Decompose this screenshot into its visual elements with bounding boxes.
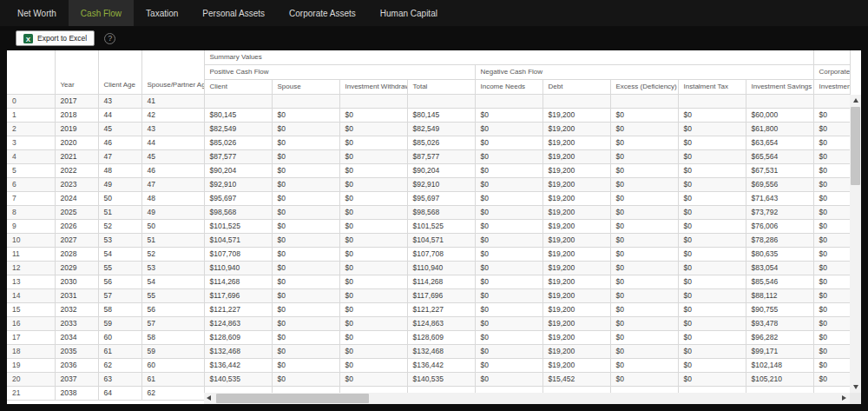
data-cell: $140,535: [204, 373, 272, 387]
data-cell: 61: [98, 345, 141, 359]
data-cell: $0: [475, 178, 542, 192]
data-cell: $121,227: [204, 303, 272, 317]
tab-personal-assets[interactable]: Personal Assets: [190, 0, 277, 26]
data-cell: 42: [141, 109, 204, 123]
data-cell: $99,171: [746, 345, 813, 359]
data-cell: 48: [98, 164, 141, 178]
data-cell: 63: [98, 373, 141, 387]
data-cell: $80,145: [407, 109, 475, 123]
data-cell: $128,609: [407, 331, 475, 345]
table-row: 220194543$82,549$0$0$82,549$0$19,200$0$0…: [7, 123, 850, 136]
data-cell: $0: [610, 164, 678, 178]
data-cell: 55: [98, 262, 141, 275]
data-cell: $0: [610, 220, 678, 234]
data-cell: $0: [339, 206, 407, 220]
data-cell: [813, 95, 850, 109]
data-cell: 2017: [55, 95, 98, 109]
data-cell: $0: [678, 359, 746, 373]
col-header-income-needs: Income Needs: [475, 80, 542, 95]
table-row: 020174341: [7, 95, 850, 109]
table-row: 1920366260$136,442$0$0$136,442$0$19,200$…: [7, 359, 850, 373]
data-cell: $80,145: [204, 109, 272, 123]
export-to-excel-button[interactable]: X Export to Excel: [16, 30, 95, 46]
row-index-cell: 21: [7, 387, 55, 401]
scroll-down-button[interactable]: [850, 381, 861, 393]
table-row: 1420315755$117,696$0$0$117,696$0$19,200$…: [7, 289, 850, 303]
scroll-left-button[interactable]: [204, 393, 215, 404]
data-cell: $92,910: [407, 178, 475, 192]
data-cell: $0: [339, 164, 407, 178]
data-cell: $0: [339, 373, 407, 387]
data-cell: $0: [678, 262, 746, 275]
data-cell: 2028: [55, 248, 98, 262]
data-cell: 45: [141, 150, 204, 164]
group-header-negative-cash-flow: Negative Cash Flow: [475, 65, 813, 80]
data-cell: $0: [813, 234, 850, 248]
data-cell: $19,200: [542, 275, 610, 289]
row-index-cell: 19: [7, 359, 55, 373]
data-cell: $19,200: [542, 359, 610, 373]
data-cell: 49: [98, 178, 141, 192]
vertical-scrollbar-thumb[interactable]: [851, 107, 860, 185]
data-cell: $0: [678, 150, 746, 164]
data-cell: $0: [813, 373, 850, 387]
data-cell: $0: [678, 248, 746, 262]
data-cell: [272, 95, 339, 109]
row-index-cell: 7: [7, 192, 55, 206]
data-cell: $0: [475, 289, 542, 303]
data-cell: $0: [813, 275, 850, 289]
data-cell: $15,452: [542, 373, 610, 387]
scrollbar-corner: [850, 393, 861, 404]
data-cell: $98,568: [407, 206, 475, 220]
data-cell: $0: [678, 303, 746, 317]
scroll-right-button[interactable]: [838, 393, 850, 404]
col-header-spouse-partner-age: Spouse/Partner Age: [141, 50, 204, 95]
data-cell: $88,112: [746, 289, 813, 303]
data-cell: $83,054: [746, 262, 813, 275]
tab-net-worth[interactable]: Net Worth: [5, 0, 69, 26]
horizontal-scrollbar-thumb[interactable]: [216, 394, 369, 403]
data-cell: $73,792: [746, 206, 813, 220]
data-cell: $132,468: [407, 345, 475, 359]
data-cell: $0: [813, 345, 850, 359]
cash-flow-table: Year Client Age Spouse/Partner Age Summa…: [7, 50, 851, 401]
scroll-up-button[interactable]: [850, 95, 861, 106]
data-cell: 51: [98, 206, 141, 220]
row-index-cell: 11: [7, 248, 55, 262]
data-cell: $85,026: [407, 136, 475, 150]
data-cell: $136,442: [204, 359, 272, 373]
data-cell: $0: [475, 150, 542, 164]
help-icon[interactable]: ?: [104, 33, 115, 44]
data-cell: $0: [475, 275, 542, 289]
data-cell: 2025: [55, 206, 98, 220]
col-header-investment-savings: Investment Savings: [746, 80, 813, 95]
horizontal-scrollbar[interactable]: [204, 393, 850, 404]
data-cell: $0: [475, 123, 542, 136]
data-cell: 55: [141, 289, 204, 303]
tab-corporate-assets[interactable]: Corporate Assets: [277, 0, 368, 26]
data-cell: $61,800: [746, 123, 813, 136]
data-cell: $0: [610, 373, 678, 387]
row-index-cell: 1: [7, 109, 55, 123]
data-cell: $0: [678, 373, 746, 387]
data-cell: $0: [272, 303, 339, 317]
data-cell: $60,000: [746, 109, 813, 123]
tab-human-capital[interactable]: Human Capital: [368, 0, 450, 26]
table-row: 920265250$101,525$0$0$101,525$0$19,200$0…: [7, 220, 850, 234]
excel-icon: X: [23, 34, 33, 43]
data-cell: $0: [475, 317, 542, 331]
svg-text:X: X: [26, 35, 31, 43]
vertical-scrollbar[interactable]: [850, 95, 861, 393]
grid-body: 020174341120184442$80,145$0$0$80,145$0$1…: [7, 95, 850, 401]
tab-cash-flow[interactable]: Cash Flow: [69, 0, 134, 26]
tab-taxation[interactable]: Taxation: [134, 0, 190, 26]
data-cell: $0: [475, 192, 542, 206]
app-root: Net Worth Cash Flow Taxation Personal As…: [0, 0, 868, 411]
data-cell: $0: [610, 303, 678, 317]
col-header-excess-deficiency: Excess (Deficiency): [610, 80, 678, 95]
data-cell: $0: [272, 289, 339, 303]
data-cell: $104,571: [204, 234, 272, 248]
data-cell: $95,697: [407, 192, 475, 206]
data-cell: $0: [678, 109, 746, 123]
data-cell: $0: [339, 359, 407, 373]
